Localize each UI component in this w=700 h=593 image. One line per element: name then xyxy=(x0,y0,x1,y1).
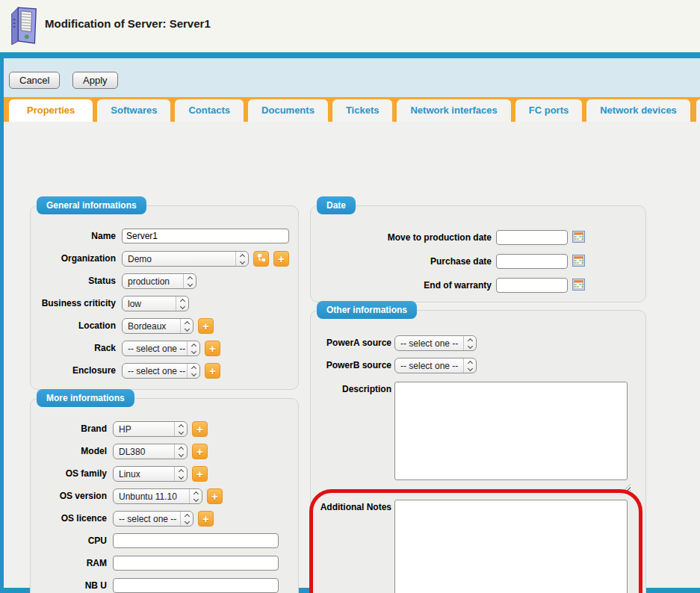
move-to-production-date-calendar-button[interactable] xyxy=(572,231,585,245)
form-row: End of warranty xyxy=(311,278,645,294)
powerb-source-select[interactable]: -- select one -- xyxy=(394,358,477,373)
tab-contacts[interactable]: Contacts xyxy=(175,99,244,122)
os-family-select-value: Linux xyxy=(114,469,174,479)
form-row: Description xyxy=(311,382,645,486)
plus-icon: + xyxy=(278,253,285,264)
rack-add-button[interactable]: + xyxy=(205,341,220,356)
cancel-button[interactable]: Cancel xyxy=(9,72,60,89)
tab-partial[interactable] xyxy=(696,99,700,122)
os-licence-select[interactable]: -- select one -- xyxy=(113,511,193,527)
end-of-warranty-input[interactable] xyxy=(496,278,568,293)
chevron-up-down-icon xyxy=(180,319,193,333)
additional-notes-label: Additional Notes xyxy=(314,502,391,512)
brand-label: Brand xyxy=(34,423,107,434)
location-add-button[interactable]: + xyxy=(198,318,214,334)
plus-icon: + xyxy=(202,513,209,524)
chevron-up-down-icon xyxy=(463,358,476,373)
rack-label: Rack xyxy=(34,343,116,353)
organization-hierarchy-button[interactable] xyxy=(253,251,269,267)
tab-softwares[interactable]: Softwares xyxy=(97,99,170,122)
form-row: Additional Notes xyxy=(311,500,645,593)
location-select[interactable]: Bordeaux xyxy=(122,318,193,334)
os-version-select[interactable]: Unbuntu 11.10 xyxy=(113,488,202,504)
name-label: Name xyxy=(34,231,116,241)
os-family-add-button[interactable]: + xyxy=(192,466,208,482)
move-to-production-date-label: Move to production date xyxy=(314,232,492,243)
enclosure-select[interactable]: -- select one -- xyxy=(122,363,200,379)
form-row: NB U xyxy=(31,578,298,593)
move-to-production-date-input[interactable] xyxy=(496,230,568,245)
chevron-up-down-icon xyxy=(174,444,187,459)
apply-button[interactable]: Apply xyxy=(72,72,118,89)
tab-tickets[interactable]: Tickets xyxy=(332,99,393,122)
os-version-add-button[interactable]: + xyxy=(207,488,223,504)
date-fieldset: Date Move to production date xyxy=(310,205,646,302)
rack-select[interactable]: -- select one -- xyxy=(122,341,200,356)
brand-add-button[interactable]: + xyxy=(192,421,208,437)
form-row: OS family Linux + xyxy=(31,466,298,482)
resize-grip-icon[interactable] xyxy=(624,484,631,491)
business-criticity-label: Business criticity xyxy=(34,298,116,308)
page-title: Modification of Server: Server1 xyxy=(45,17,211,30)
model-label: Model xyxy=(34,446,107,456)
form-row: OS version Unbuntu 11.10 + xyxy=(31,488,298,505)
tab-documents[interactable]: Documents xyxy=(248,99,328,122)
chevron-up-down-icon xyxy=(189,489,202,503)
cpu-input[interactable] xyxy=(113,533,279,548)
os-version-select-value: Unbuntu 11.10 xyxy=(114,491,189,502)
chevron-up-down-icon xyxy=(463,336,476,350)
powera-source-select[interactable]: -- select one -- xyxy=(394,335,477,351)
os-licence-select-value: -- select one -- xyxy=(114,514,180,524)
os-family-label: OS family xyxy=(34,468,107,479)
tab-network-devices[interactable]: Network devices xyxy=(586,99,690,122)
organization-label: Organization xyxy=(34,253,116,264)
purchase-date-label: Purchase date xyxy=(314,256,492,267)
enclosure-add-button[interactable]: + xyxy=(205,363,220,379)
status-label: Status xyxy=(34,276,116,286)
form-row: Business criticity low xyxy=(31,296,298,312)
business-criticity-select[interactable]: low xyxy=(122,296,189,311)
top-accent-bar xyxy=(0,52,700,58)
description-textarea[interactable] xyxy=(394,382,628,480)
purchase-date-calendar-button[interactable] xyxy=(572,255,585,269)
chevron-up-down-icon xyxy=(187,341,199,356)
purchase-date-input[interactable] xyxy=(496,254,568,269)
powerb-source-select-value: -- select one -- xyxy=(395,361,463,371)
description-label: Description xyxy=(314,384,391,394)
general-informations-fieldset: General informations Name Organization D… xyxy=(30,205,299,390)
additional-notes-textarea[interactable] xyxy=(394,500,628,593)
ram-input[interactable] xyxy=(113,556,279,571)
name-input[interactable] xyxy=(122,229,289,243)
server-icon xyxy=(7,4,40,48)
os-licence-add-button[interactable]: + xyxy=(198,511,214,527)
model-add-button[interactable]: + xyxy=(192,444,208,459)
end-of-warranty-calendar-button[interactable] xyxy=(572,279,585,293)
app-window: Modification of Server: Server1 Cancel A… xyxy=(0,0,700,593)
powera-source-select-value: -- select one -- xyxy=(395,338,463,349)
form-row: Enclosure -- select one -- + xyxy=(31,363,298,379)
plus-icon: + xyxy=(196,468,203,479)
page-header: Modification of Server: Server1 xyxy=(0,0,700,52)
other-informations-legend: Other informations xyxy=(317,301,417,319)
location-label: Location xyxy=(34,320,116,331)
model-select[interactable]: DL380 xyxy=(113,444,188,459)
organization-add-button[interactable]: + xyxy=(273,251,289,267)
brand-select[interactable]: HP xyxy=(113,421,188,437)
tab-strip: Properties Softwares Contacts Documents … xyxy=(4,97,700,122)
other-informations-fieldset: Other informations PowerA source -- sele… xyxy=(310,310,646,593)
status-select[interactable]: production xyxy=(122,273,196,289)
status-select-value: production xyxy=(123,276,183,287)
calendar-icon xyxy=(572,279,585,293)
tab-fc-ports[interactable]: FC ports xyxy=(515,99,582,122)
tab-properties[interactable]: Properties xyxy=(9,99,93,122)
os-family-select[interactable]: Linux xyxy=(113,466,188,482)
tab-network-interfaces[interactable]: Network interfaces xyxy=(397,99,510,122)
nb-u-input[interactable] xyxy=(113,578,279,593)
form-row: Organization Demo xyxy=(31,251,298,267)
form-row: Status production xyxy=(31,273,298,290)
form-row: Purchase date xyxy=(311,254,645,270)
nb-u-label: NB U xyxy=(34,580,107,591)
rack-select-value: -- select one -- xyxy=(123,344,187,354)
organization-select[interactable]: Demo xyxy=(122,251,249,267)
chevron-up-down-icon xyxy=(180,512,193,526)
